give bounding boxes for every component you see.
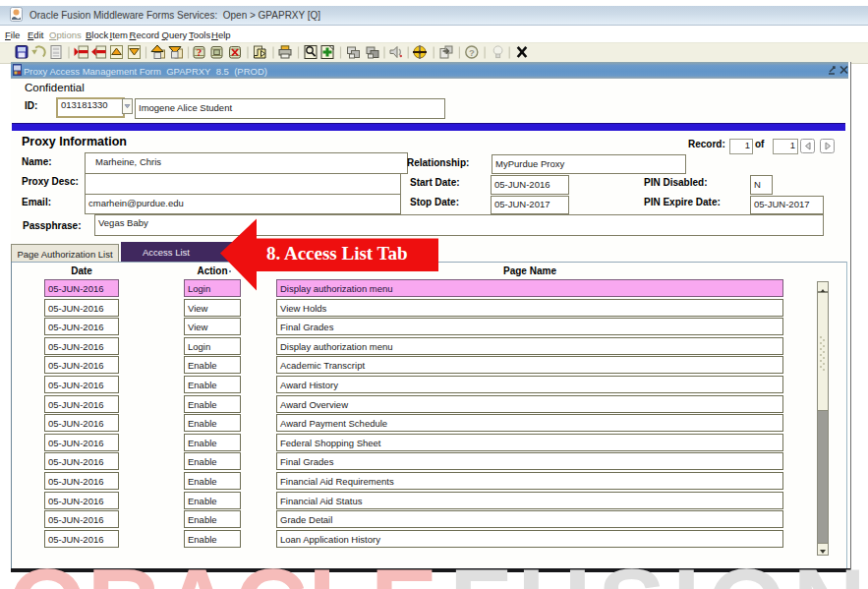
svg-text:?: ? [469, 47, 475, 58]
svg-text:?: ? [197, 46, 203, 58]
